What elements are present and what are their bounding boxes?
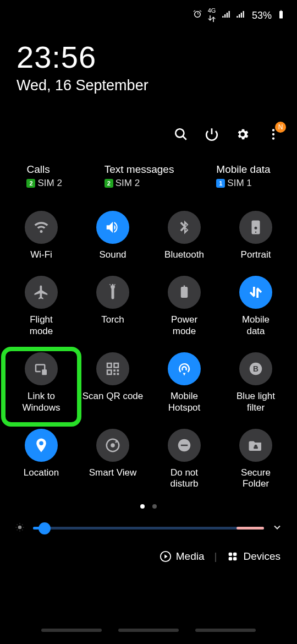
tile-torch[interactable]: Torch (77, 270, 148, 347)
devices-icon (227, 550, 239, 563)
tile-label: Bluetooth (164, 249, 204, 260)
tile-label: Sound (99, 249, 126, 260)
scanqr-icon (96, 352, 129, 385)
tile-dnd[interactable]: Do not disturb (148, 423, 220, 500)
navigation-bar (0, 629, 297, 632)
svg-point-4 (18, 525, 22, 529)
tile-label: Mobile Hotspot (168, 391, 201, 413)
tile-mobiledata[interactable]: Mobile data (220, 270, 292, 347)
devices-button[interactable]: Devices (227, 550, 280, 563)
smartview-icon (96, 429, 129, 462)
sim-row: Calls 2 SIM 2 Text messages 2 SIM 2 Mobi… (0, 144, 297, 189)
footer-row: Media | Devices (0, 535, 297, 563)
brightness-icon (14, 522, 25, 535)
search-icon (174, 127, 188, 141)
tile-label: Link to Windows (23, 391, 61, 413)
sim2-badge-icon: 2 (26, 179, 35, 188)
power-button[interactable] (205, 127, 219, 144)
brightness-slider[interactable] (33, 527, 264, 530)
tile-label: Blue light filter (237, 391, 275, 413)
nav-recents[interactable] (41, 629, 102, 632)
alarm-icon (193, 9, 202, 22)
tile-securefolder[interactable]: Secure Folder (220, 423, 292, 500)
brightness-thumb[interactable] (38, 522, 51, 534)
tile-sound[interactable]: Sound (77, 205, 148, 270)
gear-icon (235, 127, 250, 141)
brightness-row (0, 509, 297, 535)
svg-rect-9 (233, 557, 237, 560)
bluetooth-icon (168, 211, 201, 244)
svg-rect-8 (229, 557, 232, 560)
pager-dot-2 (152, 504, 157, 509)
search-button[interactable] (174, 127, 188, 144)
sim2-badge-icon: 2 (105, 179, 113, 188)
utility-row: N (0, 94, 297, 144)
wifi-icon (25, 211, 58, 244)
svg-point-3 (272, 137, 274, 139)
more-button[interactable]: N (266, 127, 280, 144)
svg-rect-6 (229, 552, 232, 555)
signal-icon-2 (235, 9, 245, 22)
tile-hotspot[interactable]: Mobile Hotspot (148, 347, 220, 423)
svg-rect-7 (233, 552, 237, 555)
svg-point-1 (272, 129, 274, 131)
tile-label: Secure Folder (241, 467, 271, 490)
power-icon (205, 127, 219, 141)
settings-button[interactable] (235, 127, 250, 144)
tile-scanqr[interactable]: Scan QR code (77, 347, 148, 423)
tile-portrait[interactable]: Portrait (220, 205, 292, 270)
quick-tiles: Wi-FiSoundBluetoothPortraitFlight modeTo… (0, 189, 297, 500)
sim-calls[interactable]: Calls 2 SIM 2 (26, 163, 62, 189)
tile-bluetooth[interactable]: Bluetooth (148, 205, 220, 270)
clock-date[interactable]: Wed, 16 September (16, 77, 280, 94)
sound-icon (96, 211, 129, 244)
network-type-icon: 4G (207, 8, 217, 24)
battery-pct: 53% (252, 10, 272, 21)
nav-home[interactable] (118, 629, 179, 632)
tile-power[interactable]: Power mode (148, 270, 220, 347)
location-icon (25, 429, 58, 462)
play-icon (160, 550, 172, 563)
securefolder-icon (239, 429, 272, 462)
tile-flight[interactable]: Flight mode (6, 270, 77, 347)
tile-label: Do not disturb (170, 467, 198, 490)
tile-label: Scan QR code (82, 391, 144, 402)
svg-point-0 (175, 129, 184, 137)
footer-separator: | (214, 550, 217, 563)
tile-label: Torch (101, 314, 124, 325)
battery-icon (276, 9, 286, 22)
tile-label: Power mode (171, 314, 197, 337)
brightness-expand[interactable] (272, 522, 283, 535)
sim-texts[interactable]: Text messages 2 SIM 2 (105, 163, 174, 189)
clock-time[interactable]: 23:56 (16, 39, 280, 75)
page-indicator[interactable] (0, 504, 297, 509)
tile-smartview[interactable]: Smart View (77, 423, 148, 500)
media-button[interactable]: Media (160, 550, 205, 563)
svg-point-2 (272, 133, 274, 135)
signal-icon (221, 9, 231, 22)
pager-dot-1 (140, 504, 145, 509)
tile-label: Wi-Fi (30, 249, 52, 260)
tile-label: Mobile data (242, 314, 270, 337)
tile-label: Portrait (241, 249, 271, 260)
tile-bluelight[interactable]: Blue light filter (220, 347, 292, 423)
torch-icon (96, 276, 129, 309)
linkwindows-icon (25, 352, 58, 385)
more-badge: N (275, 122, 286, 133)
clock-block: 23:56 Wed, 16 September (0, 24, 297, 94)
status-bar: 4G 53% (0, 0, 297, 24)
tile-linkwindows[interactable]: Link to Windows (6, 347, 77, 423)
nav-back[interactable] (195, 629, 256, 632)
tile-location[interactable]: Location (6, 423, 77, 500)
bluelight-icon (239, 352, 272, 385)
flight-icon (25, 276, 58, 309)
sim-data[interactable]: Mobile data 1 SIM 1 (216, 163, 270, 189)
tile-label: Location (24, 467, 59, 478)
portrait-icon (239, 211, 272, 244)
power-icon (168, 276, 201, 309)
tile-label: Flight mode (30, 314, 53, 337)
hotspot-icon (168, 352, 201, 385)
sim1-badge-icon: 1 (216, 179, 225, 188)
mobiledata-icon (239, 276, 272, 309)
tile-wifi[interactable]: Wi-Fi (6, 205, 77, 270)
